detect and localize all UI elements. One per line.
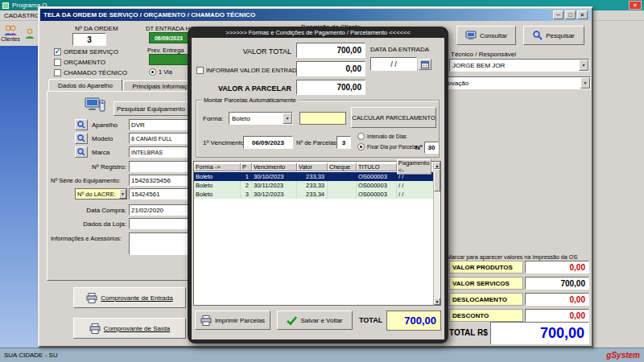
table-scrollbar[interactable]: ▲ ▼ (433, 162, 440, 305)
calcular-parcelamento-label: CALCULAR PARCELAMENTO (352, 114, 436, 121)
data-compra-field[interactable]: 21/02/2020 (129, 204, 188, 216)
modelo-field[interactable]: 8 CANAIS FULL (129, 133, 188, 144)
chevron-down-icon: ▼ (579, 60, 588, 71)
scroll-up-icon[interactable]: ▲ (434, 162, 440, 169)
chevron-down-icon: ▼ (580, 77, 590, 88)
n-dias-field[interactable]: 30 (424, 142, 439, 154)
via-radio[interactable]: 1 Via (149, 68, 172, 76)
registro-label: Nº Registro: (62, 163, 126, 171)
search-equipment-button[interactable]: Pesquisar Equipamento (114, 101, 188, 116)
desconto-label: DESCONTO (449, 309, 523, 322)
left-panel (0, 46, 38, 348)
info-acessorios-field[interactable] (129, 232, 188, 255)
pesquisar-label: Pesquisar (546, 32, 575, 39)
search-modelo-button[interactable] (75, 133, 88, 144)
informar-entrada-checkbox[interactable]: INFORMAR VALOR DE ENTRADA (196, 67, 300, 74)
data-compra-label: Data Compra: (62, 207, 126, 214)
brand-logo: gSystem (606, 351, 640, 360)
desconto-value: 0,00 (525, 309, 589, 322)
close-button[interactable]: ✕ (577, 10, 588, 19)
toolbar-clientes-button[interactable]: Clientes (1, 22, 20, 45)
calcular-parcelamento-button[interactable]: CALCULAR PARCELAMENTO (351, 107, 436, 128)
scroll-down-icon[interactable]: ▼ (434, 298, 440, 305)
valor-parcelar-field[interactable]: 700,00 (296, 80, 365, 95)
order-number-field[interactable]: 3 (72, 33, 106, 46)
ordem-servico-checkbox[interactable]: ✓ ORDEM SERVIÇO (54, 48, 118, 56)
montar-parcelas-group: Montar Parcelas Automáticamente Forma: B… (196, 100, 440, 158)
imprimir-parcelas-label: Imprimir Parcelas (215, 317, 265, 324)
consultar-button[interactable]: Consultar (456, 26, 516, 45)
serie-field[interactable]: 15426325456 (129, 175, 188, 186)
n-dias-label: Nº (415, 144, 423, 151)
forma-label: Forma: (203, 115, 223, 122)
intervalo-dias-radio[interactable]: Intervalo de Dias (357, 133, 407, 140)
valor-total-label: VALOR TOTAL (206, 47, 291, 56)
modal-titlebar[interactable]: >>>>>> Formas e Condições de Pagamento /… (188, 27, 448, 38)
marca-field[interactable]: INTELBRAS (129, 146, 188, 158)
valor-produtos-value: 0,00 (525, 261, 589, 274)
toolbar-clientes-label: Clientes (1, 36, 19, 42)
magnifier-icon (533, 31, 543, 40)
search-aparelho-button[interactable] (75, 119, 88, 130)
forma-combo[interactable]: Boleto ▼ (229, 112, 293, 125)
entry-date-field[interactable]: 06/09/2023 (149, 32, 188, 43)
tab-dados-aparelho-label: Dados do Aparelho (58, 82, 113, 89)
tab-dados-aparelho[interactable]: Dados do Aparelho (48, 79, 122, 92)
pesquisar-button[interactable]: Pesquisar (523, 26, 584, 45)
window-titlebar[interactable]: TELA DA ORDEM DE SERVIÇO / ORÇAMENTO / C… (40, 9, 591, 21)
print-values-note: Marcar para aparecer valores na Impressã… (447, 253, 577, 261)
scrollbar-thumb[interactable] (434, 169, 440, 191)
chevron-down-icon: ▼ (283, 113, 292, 124)
app-icon (2, 2, 9, 9)
lacre-field[interactable]: 15424561 (129, 188, 188, 200)
parcel-row[interactable]: Boleto 3 30/12/2023 233,34 OS000003 / / (194, 190, 436, 199)
parcel-row[interactable]: Boleto 2 30/11/2023 233,33 OS000003 / / (194, 181, 436, 190)
comprovante-entrada-button[interactable]: Comprovante de Entrada (73, 287, 186, 308)
status-bar: SUA CIDADE - SU gSystem (0, 348, 644, 362)
header-titulo[interactable]: TITULO (357, 163, 397, 171)
desktop: Programa O ✕ CADASTROS Clientes SUA CIDA… (0, 0, 644, 362)
modelo-label: Modelo (92, 135, 113, 142)
header-valor[interactable]: Valor (297, 163, 328, 171)
forma-extra-field[interactable] (299, 112, 346, 125)
vencimento-label: 1º Vencimento: (203, 139, 246, 146)
lacre-combo[interactable]: Nº do LACRE: ▼ (75, 188, 127, 200)
app-close-button[interactable]: ✕ (629, 1, 642, 10)
aparelho-field[interactable]: DVR (129, 119, 188, 130)
valor-servicos-label: VALOR SERVICOS (449, 277, 523, 290)
salvar-voltar-button[interactable]: Salvar e Voltar (277, 311, 353, 330)
header-forma[interactable]: Forma -> (194, 163, 241, 171)
parcel-row[interactable]: Boleto 1 30/10/2023 233,33 OS000003 / / (194, 172, 436, 181)
header-vencimento[interactable]: Vencimento (252, 163, 297, 171)
imprimir-parcelas-button[interactable]: Imprimir Parcelas (195, 311, 270, 330)
printer-icon (86, 293, 97, 303)
comprovante-entrada-label: Comprovante de Entrada (101, 294, 172, 302)
calendar-button[interactable] (419, 59, 431, 70)
delivery-date-field[interactable] (149, 54, 188, 65)
search-marca-button[interactable] (75, 146, 88, 158)
minimize-button[interactable]: ─ (553, 10, 564, 19)
data-entrada-field[interactable]: / / (370, 57, 417, 71)
valor-total-field[interactable]: 700,00 (296, 43, 365, 58)
toolbar-button-2[interactable] (21, 22, 39, 45)
modal-total-value: 700,00 (386, 311, 441, 331)
chamado-tecnico-label: CHAMADO TÉCNICO (64, 69, 127, 76)
valor-servicos-value: 700,00 (525, 277, 589, 290)
fixar-dia-radio[interactable]: Fixar Dia por Parcela (357, 143, 416, 150)
orcamento-checkbox[interactable]: ORÇAMENTO (54, 59, 105, 66)
vencimento-field[interactable]: 06/09/2023 (243, 136, 293, 149)
header-p[interactable]: P (241, 163, 252, 171)
num-parcelas-field[interactable]: 3 (336, 136, 351, 149)
total-rs-label: TOTAL R$ (449, 328, 488, 337)
modal-title: >>>>>> Formas e Condições de Pagamento /… (225, 29, 410, 36)
comprovante-saida-button[interactable]: Comprovante de Saída (73, 318, 186, 339)
chamado-tecnico-checkbox[interactable]: CHAMADO TÉCNICO (54, 69, 127, 76)
salvar-voltar-label: Salvar e Voltar (300, 317, 342, 324)
registro-field[interactable] (129, 161, 188, 172)
header-cheque[interactable]: Cheque (328, 163, 357, 171)
maximize-button[interactable]: □ (565, 10, 576, 19)
dados-loja-field[interactable] (129, 218, 188, 229)
tecnico-combo[interactable]: JORGE BEM JOR ▼ (449, 59, 589, 72)
valor-entrada-field[interactable]: 0,00 (296, 61, 365, 76)
informar-entrada-label: INFORMAR VALOR DE ENTRADA (206, 67, 300, 74)
